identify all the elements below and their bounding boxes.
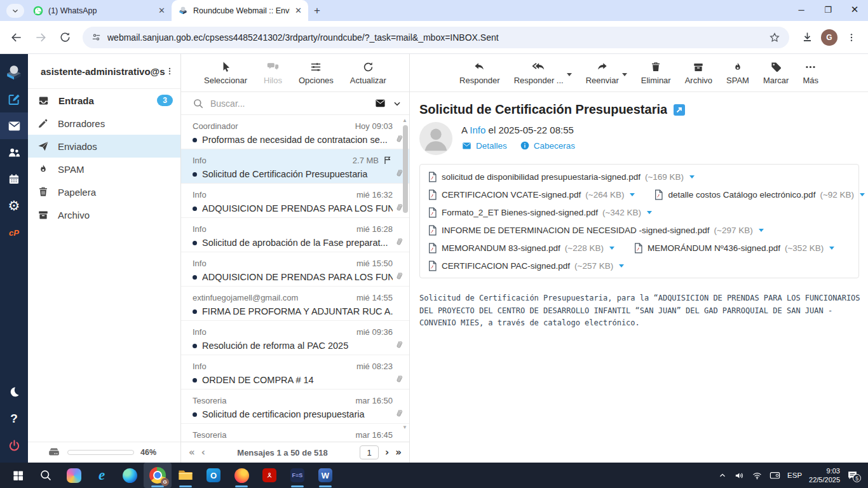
help-icon[interactable]: ? <box>0 405 28 432</box>
restore-button[interactable]: ❐ <box>815 0 841 19</box>
edge-icon[interactable] <box>116 463 144 488</box>
outlook-icon[interactable]: O <box>200 463 227 488</box>
last-page-button[interactable]: » <box>395 447 402 458</box>
attachment-menu-caret[interactable] <box>689 175 695 179</box>
folder-archive[interactable]: Archivo <box>28 203 180 226</box>
folder-spam[interactable]: SPAM <box>28 158 180 180</box>
reply-all-menu-caret[interactable] <box>567 73 572 76</box>
settings-nav-button[interactable]: ⚙ <box>0 193 28 219</box>
reply-button[interactable]: Responder <box>459 61 500 85</box>
details-toggle[interactable]: Detalles <box>461 141 507 151</box>
mail-nav-button[interactable] <box>0 112 28 139</box>
message-row[interactable]: Tesoreriamar 16:50 Solicitud de certific… <box>181 390 409 424</box>
archive-button[interactable]: Archivo <box>685 61 712 85</box>
next-page-button[interactable]: › <box>385 447 389 458</box>
cpanel-icon[interactable]: cP <box>0 219 28 246</box>
headers-toggle[interactable]: Cabeceras <box>520 140 575 151</box>
threads-button[interactable]: Hilos <box>264 61 282 85</box>
language-indicator[interactable]: ESP <box>787 471 802 479</box>
attachment-menu-caret[interactable] <box>609 247 614 250</box>
clock[interactable]: 9:03 22/5/2025 <box>809 466 840 484</box>
tab-close-icon[interactable]: ✕ <box>158 6 165 15</box>
folder-drafts[interactable]: Borradores <box>28 112 180 135</box>
attachment[interactable]: INFORME DE DETERMINACION DE NECESIDAD -s… <box>428 225 764 236</box>
spam-button[interactable]: SPAM <box>726 61 749 85</box>
search-input[interactable] <box>210 98 368 109</box>
tab-whatsapp[interactable]: (1) WhatsApp ✕ <box>27 0 172 21</box>
back-button[interactable] <box>6 27 27 48</box>
logout-icon[interactable] <box>0 432 28 459</box>
forward-button[interactable]: Reenviar <box>586 61 619 85</box>
refresh-button[interactable]: Actualizar <box>350 61 386 85</box>
acrobat-icon[interactable] <box>255 463 283 488</box>
attachment-menu-caret[interactable] <box>630 193 635 196</box>
prev-page-button[interactable]: ‹ <box>201 447 205 458</box>
folder-inbox[interactable]: Entrada 3 <box>28 89 180 112</box>
message-row[interactable]: Infomié 16:28 Solicitud de aprobación de… <box>181 218 409 252</box>
notification-center-icon[interactable]: 5 <box>847 470 858 480</box>
open-in-new-window-icon[interactable] <box>674 104 685 116</box>
calendar-nav-button[interactable] <box>0 166 28 193</box>
tab-close-icon[interactable]: ✕ <box>295 6 302 15</box>
search-options-chevron-icon[interactable] <box>393 99 402 108</box>
message-row[interactable]: CoordinadorHoy 09:03 Proformas de necesi… <box>181 115 409 149</box>
attachment[interactable]: CERTIFICACION VCATE-signed.pdf(~264 KB) <box>428 189 635 200</box>
more-button[interactable]: Más <box>803 61 818 85</box>
attachment[interactable]: MEMORANDUM 83-signed.pdf(~228 KB) <box>428 243 614 254</box>
attachment[interactable]: MEMORÁNDUM Nº436-signed.pdf(~352 KB) <box>634 243 834 254</box>
search-scope-mail-icon[interactable] <box>374 98 386 109</box>
folder-sent[interactable]: Enviados <box>28 135 180 158</box>
message-row[interactable]: Infomié 09:36 Resolución de reforma al P… <box>181 321 409 355</box>
attachment-menu-caret[interactable] <box>829 247 834 250</box>
site-settings-icon[interactable] <box>92 32 101 42</box>
volume-icon[interactable] <box>734 470 745 481</box>
forward-button[interactable] <box>31 27 51 48</box>
first-page-button[interactable]: « <box>189 447 195 458</box>
attachment-menu-caret[interactable] <box>759 229 764 232</box>
account-menu-icon[interactable] <box>165 66 174 76</box>
start-button[interactable] <box>4 463 32 488</box>
tab-roundcube[interactable]: Roundcube Webmail :: Enviado... ✕ <box>172 0 308 21</box>
page-number-input[interactable] <box>360 445 379 459</box>
message-row[interactable]: Infomié 15:50 ADQUISICION DE PRENDAS PAR… <box>181 252 409 287</box>
file-explorer-icon[interactable] <box>172 463 200 488</box>
recipient-link[interactable]: Info <box>470 125 485 135</box>
cast-icon[interactable] <box>770 471 780 480</box>
taskbar-search-icon[interactable] <box>32 463 60 488</box>
contacts-nav-button[interactable] <box>0 139 28 166</box>
copilot-icon[interactable] <box>60 463 88 488</box>
attachment-menu-caret[interactable] <box>647 211 652 214</box>
downloads-icon[interactable] <box>797 27 817 48</box>
url-bar[interactable]: webmail.sanjuan.gob.ec/cpsess4485241302/… <box>83 27 789 48</box>
compose-button[interactable] <box>0 86 28 112</box>
select-button[interactable]: Seleccionar <box>204 61 247 85</box>
message-row[interactable]: Infomié 08:23 ORDEN DE COMPRA # 14 <box>181 355 409 390</box>
attachment[interactable]: CERTIFICACION PAC-signed.pdf(~257 KB) <box>428 261 624 271</box>
message-row[interactable]: extinfuegojamell@gmail.commié 14:55 FIRM… <box>181 287 409 321</box>
flag-icon[interactable] <box>383 155 393 165</box>
browser-profile-avatar[interactable]: G <box>821 29 837 46</box>
internet-explorer-icon[interactable]: e <box>88 463 116 488</box>
attachment[interactable]: detalle costos Catálogo electrónico.pdf(… <box>654 189 865 200</box>
folder-trash[interactable]: Papelera <box>28 180 180 203</box>
reply-all-button[interactable]: Responder ... <box>514 61 564 85</box>
options-button[interactable]: Opciones <box>299 61 334 85</box>
close-button[interactable]: ✕ <box>841 0 868 19</box>
delete-button[interactable]: Eliminar <box>641 61 671 85</box>
attachment[interactable]: Formato_2_ET Bienes-signed-signed.pdf(~3… <box>428 207 652 218</box>
minimize-button[interactable]: ─ <box>788 0 815 19</box>
dark-mode-icon[interactable] <box>0 379 28 405</box>
reload-button[interactable] <box>55 27 75 48</box>
attachment-menu-caret[interactable] <box>619 264 624 268</box>
tray-expand-icon[interactable] <box>718 471 727 480</box>
message-row[interactable]: Tesoreriamar 16:45 <box>181 424 409 442</box>
wifi-icon[interactable] <box>752 470 763 481</box>
new-tab-button[interactable]: + <box>308 2 326 20</box>
attachment[interactable]: solicitud de disponibilidad presupuestar… <box>428 172 695 182</box>
firefox-icon[interactable] <box>227 463 255 488</box>
tab-search-button[interactable] <box>6 4 24 18</box>
fes-app-icon[interactable]: F≡S <box>283 463 311 488</box>
browser-menu-icon[interactable] <box>841 27 862 48</box>
message-row[interactable]: Infomié 16:32 ADQUISICION DE PRENDAS PAR… <box>181 184 409 218</box>
chrome-icon[interactable]: G <box>144 463 172 488</box>
